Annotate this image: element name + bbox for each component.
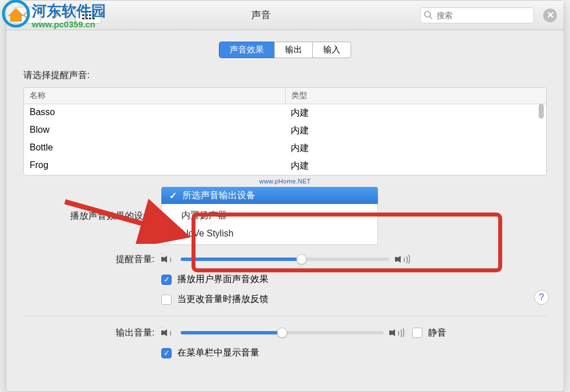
chevron-right-icon: [49, 11, 58, 20]
ui-sound-label: 播放用户界面声音效果: [177, 273, 268, 285]
mute-label: 静音: [428, 327, 446, 339]
alert-sound-table: 名称 类型 Basso内建 Blow内建 Bottle内建 Frog内建: [23, 87, 547, 175]
device-label: 播放声音效果的设备:: [23, 210, 154, 222]
table-row[interactable]: Basso内建: [24, 104, 546, 122]
dropdown-selected[interactable]: ✓ 所选声音输出设备: [161, 187, 378, 204]
chevron-left-icon: [22, 11, 31, 20]
alert-volume-label: 提醒音量:: [23, 254, 154, 266]
window-title: 声音: [106, 9, 416, 22]
show-all-button[interactable]: [75, 7, 101, 24]
alert-volume-slider[interactable]: [181, 258, 389, 261]
check-icon: ✓: [169, 190, 177, 201]
scrollbar-thumb[interactable]: [539, 104, 544, 119]
clear-search-button[interactable]: ✕: [543, 9, 557, 22]
nav-back-button[interactable]: [13, 7, 40, 24]
col-name[interactable]: 名称: [24, 88, 286, 104]
ui-sound-checkbox[interactable]: ✓: [161, 275, 172, 285]
dropdown-selected-label: 所选声音输出设备: [182, 190, 255, 202]
svg-line-1: [430, 17, 432, 19]
alert-sound-label: 请选择提醒声音:: [23, 70, 547, 81]
help-button[interactable]: ?: [534, 290, 549, 305]
tab-input[interactable]: 输入: [313, 42, 351, 58]
table-row[interactable]: Frog内建: [24, 157, 546, 175]
sound-preferences-window: 声音 ✕ 声音效果 输出 输入 请选择提醒声音: 名称 类型 Basso内建 B…: [6, 0, 564, 392]
feedback-checkbox[interactable]: [161, 295, 172, 305]
output-device-dropdown[interactable]: ✓ 所选声音输出设备 内置扬声器 I loVe Stylish: [161, 187, 378, 245]
search-field-wrap: [420, 7, 534, 23]
dropdown-menu: 内置扬声器 I loVe Stylish: [161, 204, 378, 245]
watermark-mid: www.pHome.NET: [23, 178, 547, 185]
volume-high-icon: [395, 253, 412, 266]
dropdown-option[interactable]: I loVe Stylish: [162, 225, 377, 242]
col-type[interactable]: 类型: [286, 88, 547, 104]
table-header: 名称 类型: [24, 88, 546, 104]
titlebar: 声音 ✕: [6, 1, 564, 30]
output-volume-label: 输出音量:: [23, 327, 154, 339]
menubar-label: 在菜单栏中显示音量: [177, 347, 259, 359]
dropdown-option[interactable]: 内置扬声器: [162, 206, 377, 225]
mute-checkbox[interactable]: [412, 328, 422, 338]
feedback-label: 当更改音量时播放反馈: [177, 293, 268, 305]
tabs: 声音效果 输出 输入: [23, 42, 547, 58]
search-icon: [424, 10, 433, 21]
svg-point-0: [425, 11, 430, 17]
show-in-menubar-checkbox[interactable]: ✓: [161, 348, 172, 358]
volume-high-icon: [389, 326, 406, 339]
tab-sound-effects[interactable]: 声音效果: [219, 42, 274, 58]
search-input[interactable]: [420, 7, 534, 23]
nav-forward-button[interactable]: [40, 7, 67, 24]
table-row[interactable]: Blow内建: [24, 122, 546, 140]
content: 声音效果 输出 输入 请选择提醒声音: 名称 类型 Basso内建 Blow内建…: [6, 30, 564, 378]
divider: [23, 316, 547, 316]
output-volume-slider[interactable]: [181, 331, 384, 334]
table-row[interactable]: Bottle内建: [24, 140, 546, 157]
volume-low-icon: [161, 253, 175, 266]
tab-output[interactable]: 输出: [274, 42, 313, 58]
volume-low-icon: [161, 326, 175, 339]
apps-grid-icon: [82, 11, 95, 20]
